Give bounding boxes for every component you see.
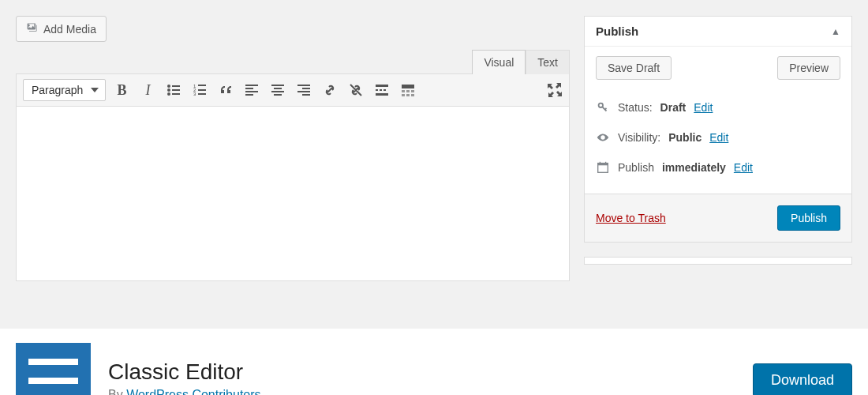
add-media-button[interactable]: Add Media (16, 16, 107, 42)
svg-point-2 (167, 88, 170, 92)
format-select[interactable]: Paragraph (23, 79, 106, 101)
plugin-meta: Classic Editor By WordPress Contributors (108, 359, 261, 396)
svg-rect-22 (297, 91, 310, 92)
plugin-byline: By WordPress Contributors (108, 388, 261, 396)
read-more-icon[interactable] (374, 82, 390, 98)
unlink-icon[interactable] (348, 82, 364, 98)
editor-tabs: Visual Text (16, 50, 570, 74)
bold-icon[interactable]: B (114, 82, 129, 98)
visibility-edit-link[interactable]: Edit (709, 131, 728, 144)
plugin-name: Classic Editor (108, 359, 261, 385)
publish-button[interactable]: Publish (777, 205, 840, 231)
editor-content-area[interactable] (17, 107, 569, 280)
svg-rect-5 (172, 93, 180, 95)
schedule-edit-link[interactable]: Edit (734, 161, 753, 174)
svg-rect-13 (245, 88, 253, 89)
svg-point-0 (167, 85, 170, 88)
next-metabox-stub (584, 257, 852, 265)
svg-rect-27 (383, 89, 386, 91)
tab-visual[interactable]: Visual (472, 50, 526, 74)
save-draft-button[interactable]: Save Draft (596, 56, 672, 80)
add-media-label: Add Media (43, 23, 96, 36)
svg-rect-16 (271, 85, 284, 86)
toolbar-icons: B I 123 (114, 82, 539, 98)
schedule-row: Publish immediately Edit (596, 152, 840, 182)
svg-rect-3 (172, 89, 180, 91)
publish-value: immediately (662, 161, 726, 174)
visibility-label: Visibility: (618, 131, 660, 144)
plugin-author-link[interactable]: WordPress Contributors (126, 388, 260, 396)
svg-rect-9 (198, 89, 206, 91)
plugin-icon (16, 343, 91, 395)
toolbar-toggle-icon[interactable] (400, 82, 416, 98)
svg-rect-17 (274, 88, 282, 89)
svg-rect-25 (376, 89, 378, 91)
align-right-icon[interactable] (296, 82, 312, 98)
svg-rect-32 (411, 90, 414, 92)
eye-icon (596, 130, 610, 145)
svg-rect-15 (245, 94, 253, 96)
svg-rect-28 (376, 93, 388, 96)
collapse-icon[interactable]: ▲ (831, 26, 840, 37)
preview-button[interactable]: Preview (777, 56, 840, 80)
svg-rect-30 (402, 90, 405, 92)
format-select-label: Paragraph (32, 84, 83, 96)
svg-rect-19 (274, 94, 282, 96)
svg-rect-14 (245, 91, 258, 92)
svg-rect-24 (376, 85, 388, 87)
svg-rect-1 (172, 85, 180, 87)
svg-rect-18 (271, 91, 284, 92)
publish-metabox: Publish ▲ Save Draft Preview Status: Dra… (584, 16, 852, 243)
fullscreen-icon[interactable] (547, 82, 563, 98)
visibility-value: Public (668, 131, 702, 144)
publish-actions: Save Draft Preview (585, 47, 851, 89)
key-icon (596, 100, 610, 115)
svg-rect-20 (297, 85, 310, 86)
status-value: Draft (660, 101, 687, 114)
svg-rect-11 (198, 93, 206, 95)
svg-text:3: 3 (193, 92, 196, 96)
bullet-list-icon[interactable] (166, 82, 181, 98)
svg-rect-34 (406, 94, 410, 96)
publish-header: Publish ▲ (585, 17, 851, 47)
publish-footer: Move to Trash Publish (585, 194, 851, 242)
publish-title: Publish (596, 24, 638, 38)
status-edit-link[interactable]: Edit (694, 101, 713, 114)
calendar-icon (596, 160, 610, 175)
publish-status-lines: Status: Draft Edit Visibility: Public Ed… (585, 89, 851, 194)
editor-box: Paragraph B I 123 (16, 73, 570, 281)
download-button[interactable]: Download (753, 363, 852, 395)
svg-rect-7 (198, 85, 206, 86)
editor-column: Add Media Visual Text Paragraph B I 123 (16, 16, 570, 281)
svg-rect-12 (245, 85, 258, 86)
svg-rect-38 (598, 164, 608, 166)
editor-toolbar: Paragraph B I 123 (17, 74, 569, 107)
plugin-header-row: Classic Editor By WordPress Contributors… (0, 329, 868, 395)
media-icon (26, 21, 39, 36)
svg-rect-35 (411, 94, 414, 96)
move-to-trash-link[interactable]: Move to Trash (596, 212, 666, 224)
svg-rect-26 (380, 89, 382, 91)
publish-column: Publish ▲ Save Draft Preview Status: Dra… (584, 16, 852, 281)
publish-label: Publish (618, 161, 654, 174)
svg-rect-31 (406, 90, 410, 92)
by-label: By (108, 388, 126, 396)
align-center-icon[interactable] (270, 82, 286, 98)
status-label: Status: (618, 101, 653, 114)
svg-rect-23 (302, 94, 310, 96)
svg-rect-33 (402, 94, 405, 96)
link-icon[interactable] (322, 82, 338, 98)
align-left-icon[interactable] (244, 82, 260, 98)
svg-point-4 (167, 92, 170, 96)
svg-rect-21 (302, 88, 310, 89)
blockquote-icon[interactable] (218, 82, 234, 98)
numbered-list-icon[interactable]: 123 (192, 82, 208, 98)
svg-rect-29 (402, 85, 414, 88)
editor-screenshot: Add Media Visual Text Paragraph B I 123 (0, 0, 868, 329)
italic-icon[interactable]: I (140, 82, 155, 98)
visibility-row: Visibility: Public Edit (596, 122, 840, 152)
status-row: Status: Draft Edit (596, 92, 840, 122)
tab-text[interactable]: Text (526, 50, 570, 74)
